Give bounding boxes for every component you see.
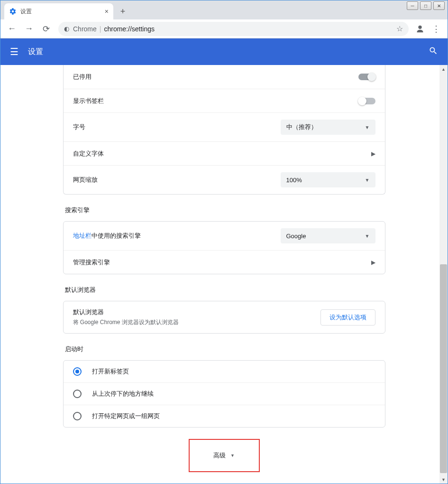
gear-icon (9, 8, 17, 15)
custom-fonts-row[interactable]: 自定义字体 ▶ (64, 141, 385, 165)
custom-fonts-label: 自定义字体 (73, 149, 371, 158)
appearance-card: 已停用 显示书签栏 字号 中（推荐） ▼ 自定义字体 ▶ 网页缩放 (63, 65, 385, 195)
page-zoom-row: 网页缩放 100% ▼ (64, 165, 385, 194)
hamburger-icon[interactable]: ☰ (10, 46, 18, 57)
svg-point-0 (418, 25, 421, 28)
search-section-title: 搜索引擎 (65, 206, 385, 214)
settings-title: 设置 (28, 47, 43, 57)
startup-option-newtab[interactable]: 打开新标签页 (64, 361, 385, 382)
font-size-value: 中（推荐） (286, 123, 317, 131)
close-window-button[interactable]: ✕ (433, 1, 445, 10)
page-zoom-dropdown[interactable]: 100% ▼ (281, 172, 375, 187)
chevron-right-icon: ▶ (371, 259, 375, 266)
startup-option-continue[interactable]: 从上次停下的地方继续 (64, 382, 385, 405)
font-size-dropdown[interactable]: 中（推荐） ▼ (281, 120, 375, 135)
default-browser-label-group: 默认浏览器 将 Google Chrome 浏览器设为默认浏览器 (73, 308, 320, 326)
new-tab-button[interactable]: + (116, 5, 129, 18)
chevron-right-icon: ▶ (371, 150, 375, 157)
chevron-down-icon: ▼ (365, 125, 370, 130)
browser-tab[interactable]: 设置 × (4, 3, 113, 19)
address-bar[interactable]: ◐ Chrome | chrome://settings ☆ (58, 22, 409, 36)
content-scroll[interactable]: 已停用 显示书签栏 字号 中（推荐） ▼ 自定义字体 ▶ 网页缩放 (0, 65, 448, 484)
radio-continue[interactable] (73, 390, 82, 398)
settings-content: 已停用 显示书签栏 字号 中（推荐） ▼ 自定义字体 ▶ 网页缩放 (63, 65, 385, 484)
chevron-down-icon: ▼ (365, 233, 370, 239)
advanced-label: 高级 (213, 451, 226, 460)
maximize-button[interactable]: □ (420, 1, 431, 10)
disabled-row: 已停用 (64, 65, 385, 89)
page-zoom-value: 100% (286, 177, 302, 184)
search-icon[interactable] (429, 46, 438, 58)
startup-section-title: 启动时 (65, 345, 385, 354)
browser-toolbar: ← → ⟳ ◐ Chrome | chrome://settings ☆ ⋮ (0, 19, 448, 38)
reload-button[interactable]: ⟳ (38, 21, 54, 37)
bookmark-star-icon[interactable]: ☆ (396, 24, 403, 33)
url-origin: Chrome (73, 25, 97, 33)
tab-title: 设置 (20, 8, 32, 16)
font-size-label: 字号 (73, 123, 281, 131)
forward-button[interactable]: → (21, 21, 37, 37)
search-engine-dropdown[interactable]: Google ▼ (281, 228, 375, 243)
chevron-down-icon: ▼ (365, 177, 370, 183)
startup-option-specific[interactable]: 打开特定网页或一组网页 (64, 405, 385, 427)
default-browser-row: 默认浏览器 将 Google Chrome 浏览器设为默认浏览器 设为默认选项 (64, 301, 385, 333)
default-browser-card: 默认浏览器 将 Google Chrome 浏览器设为默认浏览器 设为默认选项 (63, 301, 385, 334)
startup-opt2-label: 从上次停下的地方继续 (92, 390, 154, 398)
bookmarks-bar-row: 显示书签栏 (64, 89, 385, 112)
manage-search-engines-label: 管理搜索引擎 (73, 258, 371, 267)
scrollbar-thumb[interactable] (440, 264, 447, 473)
scroll-up-arrow[interactable]: ▲ (439, 65, 448, 73)
manage-search-engines-row[interactable]: 管理搜索引擎 ▶ (64, 250, 385, 274)
address-bar-link[interactable]: 地址栏 (73, 232, 91, 239)
radio-newtab[interactable] (73, 367, 82, 376)
site-info-icon[interactable]: ◐ (64, 25, 69, 32)
close-tab-icon[interactable]: × (105, 8, 109, 15)
profile-avatar-icon[interactable] (413, 22, 427, 36)
settings-header: ☰ 设置 (0, 38, 448, 65)
search-engine-card: 地址栏中使用的搜索引擎 Google ▼ 管理搜索引擎 ▶ (63, 221, 385, 274)
startup-opt1-label: 打开新标签页 (92, 367, 129, 376)
default-browser-row-title: 默认浏览器 (73, 308, 320, 316)
minimize-button[interactable]: ─ (407, 1, 418, 10)
tab-bar: 设置 × + (0, 0, 448, 19)
disabled-toggle[interactable] (358, 74, 375, 80)
search-engine-value: Google (286, 233, 306, 240)
url-path: chrome://settings (104, 25, 155, 33)
chevron-down-icon: ▼ (230, 453, 235, 458)
font-size-row: 字号 中（推荐） ▼ (64, 112, 385, 141)
disabled-label: 已停用 (73, 73, 358, 81)
vertical-scrollbar[interactable]: ▲ ▼ (439, 65, 448, 484)
bookmarks-bar-label: 显示书签栏 (73, 97, 358, 105)
default-browser-row-sub: 将 Google Chrome 浏览器设为默认浏览器 (73, 318, 320, 326)
startup-card: 打开新标签页 从上次停下的地方继续 打开特定网页或一组网页 (63, 360, 385, 428)
menu-button[interactable]: ⋮ (429, 21, 444, 37)
scroll-down-arrow[interactable]: ▼ (439, 475, 448, 484)
bookmarks-bar-toggle[interactable] (358, 98, 375, 104)
window-controls: ─ □ ✕ (407, 1, 445, 10)
advanced-button[interactable]: 高级 ▼ (189, 439, 260, 472)
advanced-wrap: 高级 ▼ (63, 439, 385, 472)
address-bar-engine-row: 地址栏中使用的搜索引擎 Google ▼ (64, 222, 385, 250)
startup-opt3-label: 打开特定网页或一组网页 (92, 412, 160, 420)
page-zoom-label: 网页缩放 (73, 176, 281, 184)
address-bar-engine-label: 地址栏中使用的搜索引擎 (73, 232, 281, 240)
url-divider: | (100, 25, 101, 33)
back-button[interactable]: ← (4, 21, 19, 37)
default-browser-section-title: 默认浏览器 (65, 286, 385, 294)
set-default-button[interactable]: 设为默认选项 (320, 309, 375, 326)
radio-specific[interactable] (73, 412, 82, 420)
